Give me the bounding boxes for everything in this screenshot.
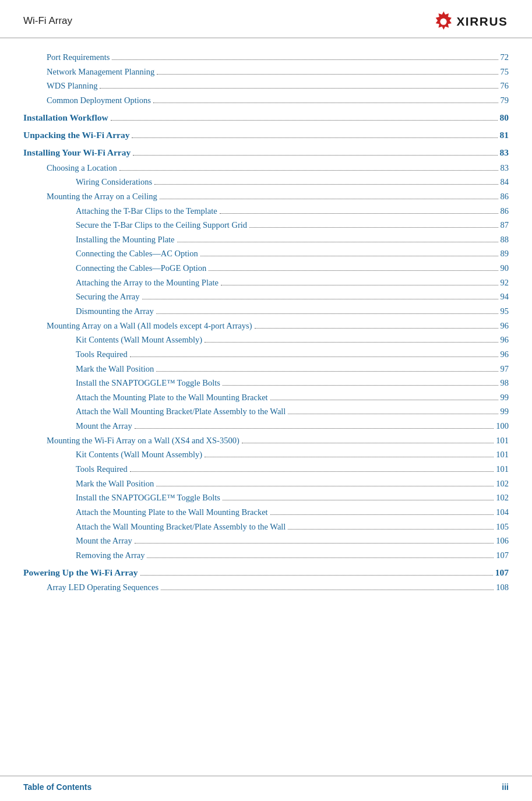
header: Wi-Fi Array XIRRUS bbox=[0, 0, 532, 38]
toc-entry[interactable]: Installing the Mounting Plate88 bbox=[23, 232, 509, 247]
toc-page-number: 99 bbox=[501, 390, 509, 405]
toc-dots bbox=[112, 59, 498, 60]
toc-entry[interactable]: WDS Planning76 bbox=[23, 79, 509, 93]
toc-entry[interactable]: Connecting the Cables—PoGE Option90 bbox=[23, 261, 509, 276]
toc-label: Tools Required bbox=[76, 462, 128, 477]
toc-dots bbox=[156, 313, 498, 314]
toc-page-number: 84 bbox=[501, 175, 509, 189]
xirrus-logo: XIRRUS bbox=[434, 10, 509, 31]
toc-label: Common Deployment Options bbox=[47, 93, 151, 108]
toc-entry[interactable]: Mounting the Array on a Ceiling86 bbox=[23, 189, 509, 204]
toc-label: Installation Workflow bbox=[23, 110, 108, 125]
footer-left-label: Table of Contents bbox=[23, 782, 91, 792]
toc-page-number: 105 bbox=[496, 520, 509, 534]
toc-label: Removing the Array bbox=[76, 548, 145, 563]
content: Port Requirements72Network Management Pl… bbox=[0, 38, 532, 630]
toc-page-number: 101 bbox=[496, 447, 509, 462]
toc-label: Attaching the Array to the Mounting Plat… bbox=[76, 276, 219, 290]
toc-dots bbox=[142, 299, 498, 299]
toc-entry[interactable]: Powering Up the Wi-Fi Array107 bbox=[23, 565, 509, 580]
toc-label: Mark the Wall Position bbox=[76, 477, 154, 491]
toc-entry[interactable]: Tools Required96 bbox=[23, 347, 509, 362]
toc-entry[interactable]: Array LED Operating Sequences108 bbox=[23, 580, 509, 595]
footer-right-label: iii bbox=[502, 782, 509, 792]
toc-label: Attach the Mounting Plate to the Wall Mo… bbox=[76, 390, 268, 405]
toc-label: Powering Up the Wi-Fi Array bbox=[23, 565, 138, 580]
toc-label: Mount the Array bbox=[76, 534, 132, 548]
toc-label: Dismounting the Array bbox=[76, 304, 154, 319]
toc-dots bbox=[132, 137, 497, 138]
toc-label: Array LED Operating Sequences bbox=[47, 580, 158, 595]
toc-page-number: 87 bbox=[501, 218, 509, 232]
toc-label: Installing the Mounting Plate bbox=[76, 232, 175, 247]
toc-entry[interactable]: Mount the Array100 bbox=[23, 419, 509, 433]
toc-page-number: 107 bbox=[495, 565, 509, 580]
toc-page-number: 95 bbox=[501, 304, 509, 319]
toc-dots bbox=[156, 486, 494, 486]
toc-label: Attach the Wall Mounting Bracket/Plate A… bbox=[76, 404, 286, 419]
toc-dots bbox=[100, 88, 498, 89]
toc-entry[interactable]: Installation Workflow80 bbox=[23, 110, 509, 125]
toc-entry[interactable]: Mount the Array106 bbox=[23, 534, 509, 548]
toc-entry[interactable]: Mounting Array on a Wall (All models exc… bbox=[23, 319, 509, 333]
toc-page-number: 75 bbox=[501, 65, 509, 79]
toc-label: Installing Your Wi-Fi Array bbox=[23, 145, 131, 160]
toc-entry[interactable]: Mark the Wall Position97 bbox=[23, 362, 509, 376]
toc-entry[interactable]: Wiring Considerations84 bbox=[23, 175, 509, 189]
toc-page-number: 99 bbox=[501, 404, 509, 419]
toc-entry[interactable]: Kit Contents (Wall Mount Assembly)101 bbox=[23, 447, 509, 462]
toc-dots bbox=[223, 500, 494, 500]
toc-page-number: 107 bbox=[496, 548, 509, 563]
toc-dots bbox=[133, 155, 497, 156]
toc-dots bbox=[255, 328, 498, 329]
toc-entry[interactable]: Secure the T-Bar Clips to the Ceiling Su… bbox=[23, 218, 509, 232]
toc-dots bbox=[154, 184, 498, 185]
toc-label: Kit Contents (Wall Mount Assembly) bbox=[76, 447, 202, 462]
toc-page-number: 96 bbox=[501, 319, 509, 333]
toc-entry[interactable]: Attach the Mounting Plate to the Wall Mo… bbox=[23, 390, 509, 405]
toc-entry[interactable]: Dismounting the Array95 bbox=[23, 304, 509, 319]
toc-label: Mounting the Wi-Fi Array on a Wall (XS4 … bbox=[47, 433, 239, 448]
toc-entry[interactable]: Tools Required101 bbox=[23, 462, 509, 477]
toc-page-number: 100 bbox=[496, 419, 509, 433]
toc-entry[interactable]: Mounting the Wi-Fi Array on a Wall (XS4 … bbox=[23, 433, 509, 448]
toc-entry[interactable]: Unpacking the Wi-Fi Array81 bbox=[23, 128, 509, 143]
toc-entry[interactable]: Install the SNAPTOGGLE™ Toggle Bolts98 bbox=[23, 376, 509, 390]
toc-label: Network Management Planning bbox=[47, 65, 154, 79]
toc-entry[interactable]: Network Management Planning75 bbox=[23, 65, 509, 79]
toc-label: Connecting the Cables—PoGE Option bbox=[76, 261, 206, 276]
toc-entry[interactable]: Installing Your Wi-Fi Array83 bbox=[23, 145, 509, 160]
toc-page-number: 97 bbox=[501, 362, 509, 376]
toc-entry[interactable]: Attach the Wall Mounting Bracket/Plate A… bbox=[23, 520, 509, 534]
toc-entry[interactable]: Attach the Wall Mounting Bracket/Plate A… bbox=[23, 404, 509, 419]
toc-label: Tools Required bbox=[76, 347, 128, 362]
toc-dots bbox=[205, 342, 498, 343]
toc-entry[interactable]: Port Requirements72 bbox=[23, 50, 509, 65]
toc-page-number: 76 bbox=[501, 79, 509, 93]
toc-entry[interactable]: Connecting the Cables—AC Option89 bbox=[23, 246, 509, 261]
toc-page-number: 106 bbox=[496, 534, 509, 548]
toc-entry[interactable]: Choosing a Location83 bbox=[23, 161, 509, 175]
toc-container: Port Requirements72Network Management Pl… bbox=[23, 50, 509, 595]
toc-entry[interactable]: Mark the Wall Position102 bbox=[23, 477, 509, 491]
toc-entry[interactable]: Attaching the Array to the Mounting Plat… bbox=[23, 276, 509, 290]
toc-label: Mount the Array bbox=[76, 419, 132, 433]
toc-entry[interactable]: Attach the Mounting Plate to the Wall Mo… bbox=[23, 505, 509, 520]
toc-page-number: 81 bbox=[500, 128, 509, 143]
toc-entry[interactable]: Securing the Array94 bbox=[23, 290, 509, 304]
logo-container: XIRRUS bbox=[434, 10, 509, 31]
toc-entry[interactable]: Install the SNAPTOGGLE™ Toggle Bolts102 bbox=[23, 491, 509, 505]
toc-page-number: 101 bbox=[496, 462, 509, 477]
toc-entry[interactable]: Removing the Array107 bbox=[23, 548, 509, 563]
toc-page-number: 102 bbox=[496, 477, 509, 491]
toc-dots bbox=[270, 400, 498, 400]
toc-entry[interactable]: Common Deployment Options79 bbox=[23, 93, 509, 108]
toc-entry[interactable]: Attaching the T-Bar Clips to the Templat… bbox=[23, 204, 509, 218]
toc-label: Attach the Mounting Plate to the Wall Mo… bbox=[76, 505, 268, 520]
footer: Table of Contents iii bbox=[0, 775, 532, 801]
toc-entry[interactable]: Kit Contents (Wall Mount Assembly)96 bbox=[23, 333, 509, 347]
toc-label: Mark the Wall Position bbox=[76, 362, 154, 376]
toc-dots bbox=[161, 590, 494, 590]
toc-dots bbox=[111, 120, 498, 121]
header-title: Wi-Fi Array bbox=[23, 15, 72, 27]
